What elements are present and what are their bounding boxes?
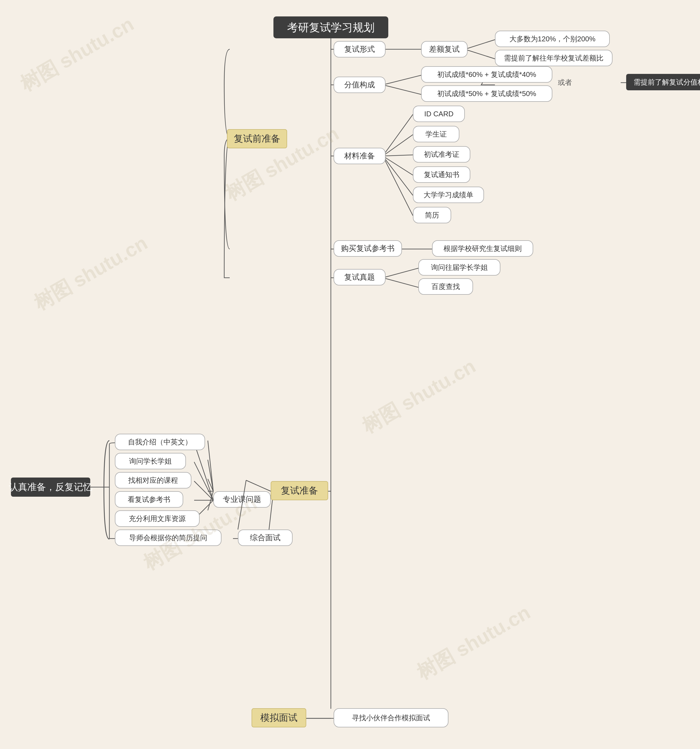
svg-line-33 (208, 440, 213, 491)
svg-line-26 (194, 481, 213, 500)
node-zhenti: 复试真题 (334, 269, 386, 286)
mind-map: 树图 shutu.cn 树图 shutu.cn 树图 shutu.cn 树图 s… (0, 0, 700, 749)
node-fushiprepare: 复试前准备 (227, 129, 287, 148)
svg-line-25 (194, 462, 213, 500)
svg-line-9 (465, 40, 495, 49)
node-fenzhinote: 需提前了解复试分值构成 (626, 74, 700, 90)
node-xunwen: 询问学长学姐 (115, 453, 186, 469)
watermark-3: 树图 shutu.cn (29, 230, 152, 316)
svg-line-17 (383, 156, 413, 175)
node-zonghemianshi: 综合面试 (238, 529, 293, 546)
node-monileaf: 寻找小伙伴合作模拟面试 (334, 708, 448, 728)
node-daoshi: 导师会根据你的简历提问 (115, 529, 221, 546)
node-zhenti1: 询问往届学长学姐 (418, 259, 500, 275)
svg-line-24 (194, 443, 213, 500)
node-monimianshi: 模拟面试 (252, 708, 306, 728)
node-cailiao: 材料准备 (334, 148, 386, 164)
watermark-4: 树图 shutu.cn (357, 353, 480, 439)
node-leaf2: 需提前了解往年学校复试差额比 (495, 50, 613, 66)
node-chengji: 大学学习成绩单 (413, 186, 484, 203)
svg-line-37 (208, 491, 213, 511)
svg-line-38 (246, 480, 271, 491)
node-chaefu: 差额复试 (421, 41, 468, 58)
svg-line-10 (465, 49, 495, 59)
node-zhenti2: 百度查找 (418, 278, 473, 295)
svg-line-11 (383, 75, 421, 85)
root-node: 考研复试学习规划 (273, 17, 388, 38)
node-leaf1: 大多数为120%，个别200% (495, 31, 610, 47)
node-idcard: ID CARD (413, 105, 465, 122)
svg-line-18 (383, 156, 413, 196)
svg-line-15 (383, 135, 413, 156)
node-kanjiao: 看复试参考书 (115, 491, 183, 507)
node-goumai: 购买复试参考书 (334, 240, 402, 257)
svg-line-22 (383, 278, 418, 287)
node-chongfen: 充分利用文库资源 (115, 511, 200, 527)
node-chuzhun: 初试准考证 (413, 146, 470, 162)
svg-line-14 (383, 115, 413, 156)
svg-line-35 (208, 479, 213, 491)
node-fushitongzhi: 复试通知书 (413, 167, 470, 183)
svg-line-16 (383, 155, 413, 156)
node-xuesheng: 学生证 (413, 126, 459, 142)
node-jianli: 简历 (413, 207, 451, 223)
node-zhaoke: 找相对应的课程 (115, 472, 191, 489)
svg-line-34 (208, 460, 213, 491)
watermark-6: 树图 shutu.cn (412, 599, 535, 685)
node-fushizhunbei: 复试准备 (271, 481, 328, 500)
svg-line-19 (383, 156, 413, 216)
watermark-1: 树图 shutu.cn (15, 11, 139, 97)
node-zhuanyekecheng: 专业课问题 (213, 491, 271, 507)
connector-lines (0, 0, 700, 749)
node-fenzhi: 分值构成 (334, 76, 386, 93)
label-huozhe: 或者 (558, 78, 572, 87)
node-renzhen: 认真准备，反复记忆 (11, 477, 90, 497)
svg-line-21 (383, 268, 418, 278)
node-fenzhi1: 初试成绩*60% + 复试成绩*40% (421, 66, 552, 83)
svg-line-12 (383, 85, 421, 95)
node-ziwo: 自我介绍（中英文） (115, 434, 205, 450)
node-goumaileaf: 根据学校研究生复试细则 (432, 240, 533, 257)
node-fenzhi2: 初试成绩*50% + 复试成绩*50% (421, 86, 552, 102)
node-fushixingshi: 复试形式 (334, 41, 386, 58)
